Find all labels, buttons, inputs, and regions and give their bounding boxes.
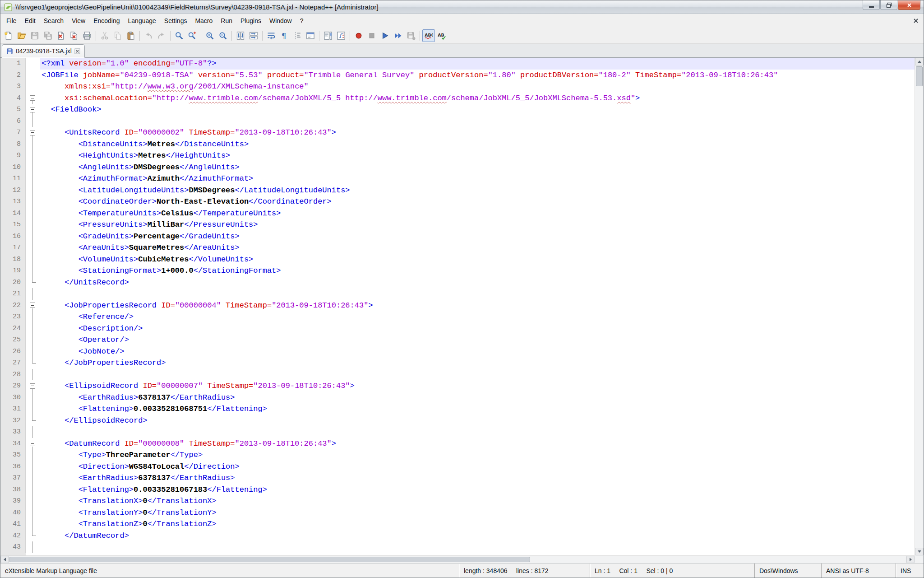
code-line[interactable]: <StationingFormat>1+000.0</StationingFor…: [40, 265, 915, 277]
line-number[interactable]: 18: [0, 254, 26, 266]
fold-collapse-marker[interactable]: [26, 380, 40, 392]
line-number[interactable]: 9: [0, 150, 26, 162]
code-line[interactable]: [40, 116, 915, 127]
code-line[interactable]: <TranslationZ>0</TranslationZ>: [40, 518, 915, 530]
menu-settings[interactable]: Settings: [160, 14, 191, 28]
user-define-dialog-button[interactable]: [304, 29, 317, 42]
vertical-scroll-track[interactable]: [915, 65, 924, 548]
scroll-left-button[interactable]: [0, 556, 9, 563]
code-line[interactable]: [40, 541, 915, 553]
macro-playback-button[interactable]: [379, 29, 391, 42]
line-number[interactable]: 24: [0, 323, 26, 335]
code-line[interactable]: <VolumeUnits>CubicMetres</VolumeUnits>: [40, 254, 915, 266]
line-number[interactable]: 11: [0, 173, 26, 185]
find-button[interactable]: [173, 29, 185, 42]
code-line[interactable]: <EarthRadius>6378137</EarthRadius>: [40, 392, 915, 404]
menu-encoding[interactable]: Encoding: [89, 14, 124, 28]
code-line[interactable]: <FieldBook>: [40, 104, 915, 116]
line-number[interactable]: 27: [0, 357, 26, 369]
spell-check-button[interactable]: ABC: [422, 29, 435, 42]
new-file-button[interactable]: [2, 29, 15, 42]
line-number[interactable]: 39: [0, 495, 26, 507]
document-map-button[interactable]: [322, 29, 334, 42]
line-number[interactable]: 3: [0, 81, 26, 93]
fold-collapse-marker[interactable]: [26, 93, 40, 104]
menu-plugins[interactable]: Plugins: [236, 14, 265, 28]
code-line[interactable]: <?xml version="1.0" encoding="UTF-8"?>: [40, 58, 915, 70]
code-line[interactable]: <TranslationY>0</TranslationY>: [40, 507, 915, 519]
code-line[interactable]: </EllipsoidRecord>: [40, 415, 915, 427]
menu-macro[interactable]: Macro: [191, 14, 217, 28]
copy-button[interactable]: [111, 29, 124, 42]
line-number[interactable]: 30: [0, 392, 26, 404]
line-number[interactable]: 36: [0, 461, 26, 473]
line-number[interactable]: 34: [0, 438, 26, 450]
code-line[interactable]: <Flattening>0.00335281068751</Flattening…: [40, 403, 915, 415]
word-wrap-button[interactable]: [265, 29, 277, 42]
close-file-button[interactable]: [55, 29, 67, 42]
line-number[interactable]: 35: [0, 449, 26, 461]
save-button[interactable]: [28, 29, 41, 42]
close-all-files-button[interactable]: [68, 29, 80, 42]
code-line[interactable]: <GradeUnits>Percentage</GradeUnits>: [40, 231, 915, 242]
code-line[interactable]: </JobPropertiesRecord>: [40, 357, 915, 369]
line-number[interactable]: 40: [0, 507, 26, 519]
scroll-right-button[interactable]: [906, 556, 915, 563]
line-number[interactable]: 23: [0, 311, 26, 323]
menu-help[interactable]: ?: [296, 14, 308, 28]
line-number[interactable]: 13: [0, 196, 26, 208]
line-number[interactable]: 33: [0, 426, 26, 438]
show-all-characters-button[interactable]: ¶: [278, 29, 291, 42]
code-line[interactable]: <AreaUnits>SquareMetres</AreaUnits>: [40, 242, 915, 254]
code-line[interactable]: <PressureUnits>MilliBar</PressureUnits>: [40, 219, 915, 231]
code-line[interactable]: <EarthRadius>6378137</EarthRadius>: [40, 472, 915, 484]
scroll-down-button[interactable]: [915, 548, 924, 555]
menu-view[interactable]: View: [68, 14, 89, 28]
menu-language[interactable]: Language: [124, 14, 160, 28]
line-number[interactable]: 29: [0, 380, 26, 392]
menu-edit[interactable]: Edit: [21, 14, 40, 28]
code-line[interactable]: <DistanceUnits>Metres</DistanceUnits>: [40, 139, 915, 150]
menubar-close-button[interactable]: [913, 18, 919, 24]
menu-run[interactable]: Run: [217, 14, 236, 28]
fold-collapse-marker[interactable]: [26, 127, 40, 139]
code-line[interactable]: <UnitsRecord ID="00000002" TimeStamp="20…: [40, 127, 915, 139]
fold-collapse-marker[interactable]: [26, 300, 40, 312]
macro-run-multiple-button[interactable]: [392, 29, 404, 42]
line-number[interactable]: 38: [0, 484, 26, 496]
vertical-scrollbar[interactable]: [915, 58, 924, 555]
sync-vertical-scrolling-button[interactable]: [234, 29, 247, 42]
line-number[interactable]: 19: [0, 265, 26, 277]
line-number[interactable]: 1: [0, 58, 26, 70]
code-line[interactable]: <AngleUnits>DMSDegrees</AngleUnits>: [40, 162, 915, 173]
code-line[interactable]: [40, 369, 915, 381]
code-line[interactable]: <AzimuthFormat>Azimuth</AzimuthFormat>: [40, 173, 915, 185]
code-line[interactable]: <Type>ThreeParameter</Type>: [40, 449, 915, 461]
line-number[interactable]: 8: [0, 139, 26, 150]
line-number[interactable]: 10: [0, 162, 26, 173]
line-number[interactable]: 41: [0, 518, 26, 530]
macro-save-button[interactable]: [405, 29, 417, 42]
code-line[interactable]: <EllipsoidRecord ID="00000007" TimeStamp…: [40, 380, 915, 392]
line-number[interactable]: 20: [0, 277, 26, 289]
horizontal-scrollbar[interactable]: [0, 555, 915, 563]
line-number[interactable]: 4: [0, 93, 26, 104]
line-number[interactable]: 17: [0, 242, 26, 254]
code-line[interactable]: <Description/>: [40, 323, 915, 335]
code-line[interactable]: xsi:schemaLocation="http://www.trimble.c…: [40, 93, 915, 104]
undo-button[interactable]: [142, 29, 155, 42]
line-number[interactable]: 12: [0, 185, 26, 196]
line-number[interactable]: 42: [0, 530, 26, 542]
code-line[interactable]: <TemperatureUnits>Celsius</TemperatureUn…: [40, 208, 915, 219]
line-number[interactable]: 7: [0, 127, 26, 139]
macro-record-button[interactable]: [352, 29, 365, 42]
menu-search[interactable]: Search: [40, 14, 68, 28]
line-number[interactable]: 15: [0, 219, 26, 231]
code-line[interactable]: <JOBFile jobName="04239-0918-TSA" versio…: [40, 70, 915, 81]
tab-document[interactable]: 04239-0918-TSA.jxl: [2, 44, 85, 58]
replace-button[interactable]: [186, 29, 199, 42]
scroll-up-button[interactable]: [915, 58, 924, 65]
code-line[interactable]: <Flattening>0.00335281067183</Flattening…: [40, 484, 915, 496]
cut-button[interactable]: [98, 29, 111, 42]
line-number[interactable]: 21: [0, 288, 26, 300]
